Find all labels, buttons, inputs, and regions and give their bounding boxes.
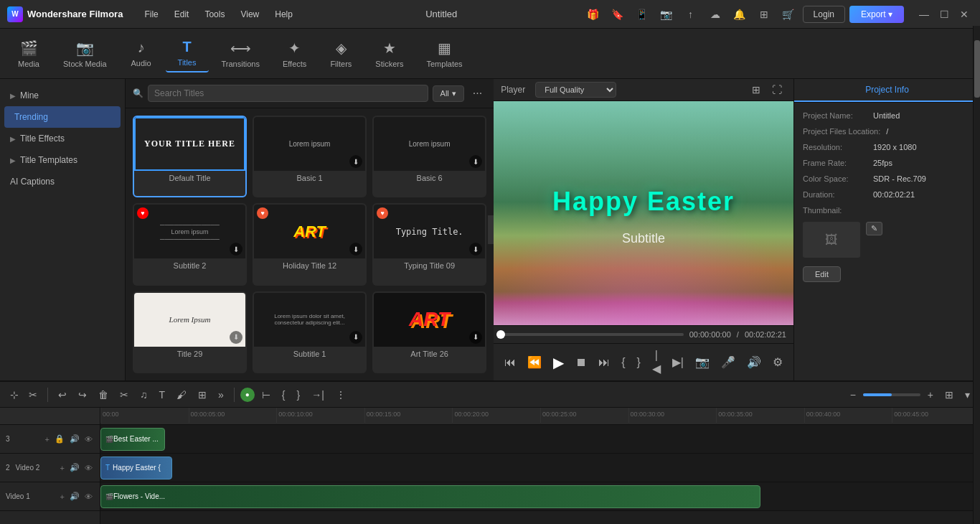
track-3-add-button[interactable]: +: [44, 433, 51, 445]
delete-button[interactable]: 🗑: [94, 387, 113, 403]
store-icon[interactable]: 🛒: [778, 4, 798, 24]
layout-icon[interactable]: ⊞: [754, 4, 774, 24]
toolbar-titles[interactable]: T Titles: [166, 34, 209, 72]
mark-out-button[interactable]: }: [633, 354, 644, 371]
track-2-add-button[interactable]: +: [59, 462, 66, 474]
full-view-button[interactable]: ⛶: [768, 83, 786, 97]
more-options-button[interactable]: ···: [468, 85, 486, 101]
clip-happy-easter[interactable]: T Happy Easter {: [100, 457, 172, 479]
notification-icon[interactable]: 🔔: [730, 4, 750, 24]
project-edit-button[interactable]: Edit: [803, 266, 841, 282]
phone-icon[interactable]: 📱: [632, 4, 652, 24]
go-to-end-button[interactable]: ⏭: [595, 354, 613, 371]
title-card-holiday-title-12[interactable]: ♥ ART ⬇ Holiday Title 12: [253, 203, 367, 285]
volume-button[interactable]: 🔊: [743, 353, 765, 371]
menu-file[interactable]: File: [137, 6, 165, 22]
cut-button[interactable]: ✂: [116, 387, 133, 403]
voice-button[interactable]: 🎤: [717, 353, 739, 371]
sidebar-item-title-templates[interactable]: ▶ Title Templates: [0, 149, 125, 171]
split-button[interactable]: ⋮: [331, 387, 350, 403]
track-1-hide-button[interactable]: 👁: [83, 490, 94, 502]
settings-button[interactable]: ⚙: [769, 353, 786, 371]
thumbnail-edit-button[interactable]: ✎: [866, 222, 882, 235]
play-button[interactable]: ▶: [550, 352, 567, 373]
maximize-button[interactable]: ☐: [936, 6, 953, 23]
clip-end-button[interactable]: ▶|: [669, 353, 687, 371]
clip-start-button[interactable]: |◀: [649, 347, 664, 378]
step-back-button[interactable]: ⏪: [524, 353, 545, 371]
menu-edit[interactable]: Edit: [167, 6, 197, 22]
share-icon[interactable]: ↑: [681, 4, 701, 24]
seek-bar[interactable]: [501, 333, 684, 336]
snapshot-button[interactable]: 📷: [692, 353, 713, 371]
forward-frame-button[interactable]: →|: [307, 387, 329, 403]
zoom-out-button[interactable]: −: [846, 387, 860, 403]
minimize-button[interactable]: —: [915, 6, 933, 23]
zoom-slider[interactable]: [863, 393, 920, 396]
layout-toggle-button[interactable]: ⊞: [941, 387, 958, 403]
quality-select[interactable]: Full Quality Half Quality Quarter Qualit…: [535, 82, 616, 98]
menu-help[interactable]: Help: [268, 6, 300, 22]
toolbar-effects[interactable]: ✦ Effects: [273, 35, 316, 72]
undo-button[interactable]: ↩: [54, 387, 71, 403]
stop-button[interactable]: ⏹: [572, 354, 590, 371]
title-card-title-29[interactable]: Lorem Ipsum ⬇ Title 29: [133, 291, 247, 373]
sidebar-item-trending[interactable]: Trending: [4, 106, 121, 128]
mark-in-button[interactable]: {: [618, 354, 628, 371]
title-card-subtitle-1[interactable]: Lorem ipsum dolor sit amet,consectetur a…: [253, 291, 367, 373]
toolbar-templates[interactable]: ▦ Templates: [416, 35, 472, 72]
select-tool-button[interactable]: ⊹: [6, 387, 23, 403]
toolbar-filters[interactable]: ◈ Filters: [319, 35, 362, 72]
close-button[interactable]: ✕: [956, 6, 973, 23]
gift-icon[interactable]: 🎁: [583, 4, 603, 24]
sidebar-item-mine[interactable]: ▶ Mine: [0, 85, 125, 106]
camera-icon[interactable]: 📷: [656, 4, 677, 24]
redo-button[interactable]: ↪: [74, 387, 91, 403]
panel-collapse-button[interactable]: ‹: [488, 215, 494, 244]
sidebar-item-title-effects[interactable]: ▶ Title Effects: [0, 128, 125, 149]
track-1-mute-button[interactable]: 🔊: [68, 490, 81, 502]
mark-in-tl-button[interactable]: {: [278, 387, 290, 403]
toolbar-transitions[interactable]: ⟷ Transitions: [212, 35, 270, 72]
menu-view[interactable]: View: [233, 6, 266, 22]
more-tools-button[interactable]: »: [214, 387, 228, 403]
search-input[interactable]: [148, 85, 428, 102]
snap-button[interactable]: ⊢: [258, 387, 275, 403]
detach-audio-button[interactable]: ♫: [136, 387, 152, 403]
login-button[interactable]: Login: [803, 6, 845, 23]
clip-flowers-video[interactable]: 🎬 Flowers - Vide...: [100, 485, 760, 508]
track-3-mute-button[interactable]: 🔊: [68, 433, 81, 445]
title-card-art-title-26[interactable]: ART ⬇ Art Title 26: [372, 291, 486, 373]
sidebar-item-ai-captions[interactable]: AI Captions: [0, 171, 125, 192]
export-button[interactable]: Export ▾: [849, 6, 904, 23]
title-card-basic-6[interactable]: Lorem ipsum ⬇ Basic 6: [372, 116, 486, 197]
tab-project-info[interactable]: Project Info: [794, 79, 980, 102]
title-card-subtitle-2[interactable]: ♥ ─────────────Lorem ipsum───────────── …: [133, 203, 247, 285]
paint-button[interactable]: 🖌: [172, 387, 191, 403]
clip-best-easter[interactable]: 🎬 Best Easter ...: [100, 428, 165, 451]
filter-button[interactable]: All ▾: [433, 85, 464, 102]
toolbar-stickers[interactable]: ★ Stickers: [365, 35, 413, 72]
mark-out-tl-button[interactable]: }: [293, 387, 305, 403]
menu-tools[interactable]: Tools: [197, 6, 232, 22]
text-tool-button[interactable]: T: [155, 387, 170, 403]
group-button[interactable]: ⊞: [194, 387, 211, 403]
cloud-icon[interactable]: ☁: [705, 4, 725, 24]
track-3-hide-button[interactable]: 👁: [83, 433, 94, 445]
toolbar-media[interactable]: 🎬 Media: [7, 35, 50, 72]
title-card-typing-title-09[interactable]: ♥ Typing Title. ⬇ Typing Title 09: [372, 203, 486, 285]
track-2-hide-button[interactable]: 👁: [83, 462, 94, 474]
track-3-lock-icon[interactable]: 🔒: [53, 433, 66, 445]
zoom-in-button[interactable]: +: [923, 387, 938, 403]
grid-view-button[interactable]: ⊞: [748, 83, 765, 97]
track-1-add-button[interactable]: +: [59, 490, 66, 502]
ripple-tool-button[interactable]: ✂: [24, 387, 42, 403]
title-card-basic-1[interactable]: Lorem ipsum ⬇ Basic 1: [253, 116, 367, 197]
toolbar-audio[interactable]: ♪ Audio: [120, 35, 163, 72]
bookmark-icon[interactable]: 🔖: [608, 4, 628, 24]
title-card-default-title[interactable]: YOUR TITLE HERE Default Title: [133, 116, 247, 197]
track-2-mute-button[interactable]: 🔊: [68, 462, 81, 474]
go-to-start-button[interactable]: ⏮: [501, 354, 519, 371]
record-button[interactable]: ●: [240, 388, 255, 402]
toolbar-stock-media[interactable]: 📷 Stock Media: [53, 35, 117, 72]
